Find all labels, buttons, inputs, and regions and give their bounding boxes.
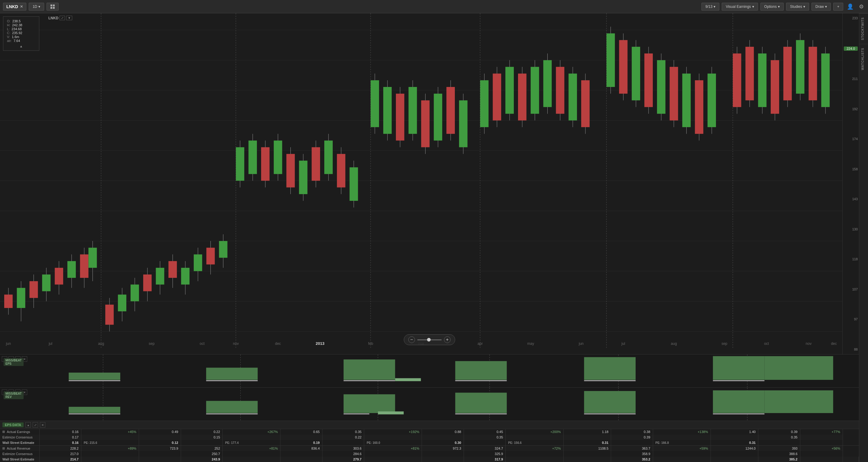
- wse-val-1: 0.16: [39, 440, 81, 446]
- ohlc-h-val: 242.38: [12, 23, 22, 27]
- visual-earnings-button[interactable]: Visual Earnings ▾: [722, 3, 758, 10]
- svg-rect-192: [206, 401, 258, 413]
- close-ticker-icon[interactable]: ✕: [20, 4, 23, 9]
- expand-chart-button[interactable]: ⤢: [60, 16, 65, 20]
- grid-icon: [51, 4, 55, 9]
- timeframe-button[interactable]: 1D ▾: [29, 3, 44, 10]
- chart-type-button[interactable]: [46, 3, 59, 10]
- ae-val-6: 0.39: [758, 429, 800, 434]
- svg-rect-30: [55, 268, 63, 285]
- svg-rect-42: [130, 285, 139, 301]
- miss-beat-rev-panel: MISS/BEATREV ▴ ⤢ ▾ ✕: [0, 388, 859, 421]
- svg-text:dec: dec: [275, 341, 281, 346]
- zoom-in-button[interactable]: +: [444, 336, 451, 343]
- svg-rect-96: [493, 74, 501, 121]
- add-button[interactable]: +: [833, 3, 843, 10]
- price-label-143: 143: [844, 197, 858, 201]
- svg-text:jun: jun: [579, 341, 584, 346]
- zoom-out-button[interactable]: −: [408, 336, 415, 343]
- ar-val-2: 252: [181, 446, 222, 452]
- miss-beat-eps-panel: MISS/BEATEPS ▴ ⤢ ▾ ✕: [0, 354, 859, 388]
- ohlc-o-val: 238.5: [12, 19, 21, 23]
- svg-rect-34: [80, 254, 89, 278]
- price-chart[interactable]: O: 238.5 H: 242.38 L: 234.68 C: 235.92 V…: [0, 13, 859, 354]
- table-row: Wall Street Estimate 214.7 243.9 279.7 3…: [0, 457, 859, 462]
- svg-rect-202: [764, 390, 833, 413]
- svg-rect-84: [409, 87, 417, 134]
- eps-data-expand-button[interactable]: ⤢: [33, 422, 38, 428]
- actual-revenue-label: Actual Revenue: [7, 447, 30, 450]
- miss-beat-rev-chart: [0, 388, 859, 421]
- svg-rect-203: [713, 414, 765, 414]
- price-label-118: 118: [844, 257, 858, 261]
- wall-street-estimate-eps-label: Wall Street Estimate: [2, 441, 34, 444]
- svg-rect-128: [708, 74, 716, 127]
- svg-rect-174: [344, 359, 395, 380]
- eps-data-close-button[interactable]: ✕: [40, 422, 45, 428]
- svg-rect-100: [518, 74, 526, 121]
- arrow-down-button[interactable]: ▼: [66, 16, 72, 20]
- draw-button[interactable]: Draw ▾: [811, 3, 831, 10]
- eps-data-settings-button[interactable]: ▴: [25, 422, 31, 428]
- ar-val-1b: 723.9: [139, 446, 181, 452]
- stocktwits-tab[interactable]: STOCKTWITS: [859, 13, 868, 44]
- miss-beat-eps-label: MISS/BEATEPS: [4, 358, 24, 366]
- ecr-val-6: 388.6: [758, 451, 800, 457]
- svg-rect-199: [584, 391, 636, 413]
- options-button[interactable]: Options ▾: [761, 3, 784, 10]
- svg-rect-170: [69, 373, 120, 380]
- svg-rect-46: [156, 268, 164, 285]
- svg-rect-88: [434, 94, 442, 140]
- ohlc-atr-label: atr:: [7, 39, 12, 42]
- ar-pct-1: +89%: [81, 446, 139, 452]
- table-row: Actual Earnings 0.16 +45% 0.49 0.22 +267…: [0, 429, 859, 434]
- ae-val-2: 0.22: [181, 429, 222, 434]
- svg-rect-58: [236, 147, 244, 181]
- svg-rect-190: [69, 407, 120, 413]
- period-button[interactable]: 9/13 ▾: [702, 3, 719, 10]
- wser-val-3: 279.7: [322, 457, 364, 462]
- svg-rect-130: [733, 54, 741, 107]
- ae-val-1b: 0.49: [139, 429, 181, 434]
- svg-rect-32: [67, 261, 76, 278]
- svg-rect-197: [455, 393, 507, 413]
- svg-rect-24: [17, 288, 25, 308]
- svg-text:sep: sep: [721, 341, 727, 346]
- ohlc-expand-icon[interactable]: ▲: [7, 44, 35, 48]
- ohlc-c-label: C:: [7, 31, 10, 35]
- ar-pct-4: +72%: [506, 446, 563, 452]
- svg-rect-132: [745, 47, 754, 100]
- watchlists-tab[interactable]: WATCHLISTS: [859, 44, 868, 74]
- user-icon-button[interactable]: 👤: [846, 2, 855, 11]
- svg-rect-140: [796, 40, 805, 94]
- svg-text:aug: aug: [671, 341, 677, 346]
- chart-area: O: 238.5 H: 242.38 L: 234.68 C: 235.92 V…: [0, 13, 868, 462]
- svg-text:apr: apr: [477, 341, 483, 346]
- actual-earnings-label: Actual Earnings: [7, 430, 30, 434]
- zoom-slider[interactable]: [417, 339, 441, 340]
- svg-rect-195: [344, 414, 369, 414]
- price-label-192: 192: [844, 107, 858, 111]
- svg-rect-116: [632, 47, 640, 100]
- wall-street-estimate-rev-label: Wall Street Estimate: [2, 458, 34, 461]
- svg-text:sep: sep: [149, 341, 155, 346]
- svg-rect-22: [4, 295, 13, 308]
- settings-icon-button[interactable]: ⚙: [858, 2, 865, 11]
- svg-rect-180: [584, 380, 636, 381]
- wse-pe-4: PE: 156.6: [506, 440, 563, 446]
- ec-val-6: 0.35: [758, 434, 800, 440]
- ticker-badge[interactable]: LNKD ✕: [3, 3, 26, 10]
- ohlc-v-val: 1.6m: [12, 35, 19, 39]
- ecr-val-2: 250.7: [181, 451, 222, 457]
- zoom-control: − +: [404, 334, 455, 345]
- svg-text:nov: nov: [233, 341, 239, 346]
- ae-val-2b: 0.65: [280, 429, 322, 434]
- studies-button[interactable]: Studies ▾: [786, 3, 809, 10]
- ec-val-1: 0.17: [39, 434, 81, 440]
- svg-rect-40: [118, 295, 126, 311]
- svg-text:feb: feb: [368, 341, 373, 346]
- price-label-130: 130: [844, 227, 858, 231]
- ae-pct-1: +45%: [81, 429, 139, 434]
- svg-text:jun: jun: [6, 341, 11, 346]
- wser-val-4: 317.9: [464, 457, 505, 462]
